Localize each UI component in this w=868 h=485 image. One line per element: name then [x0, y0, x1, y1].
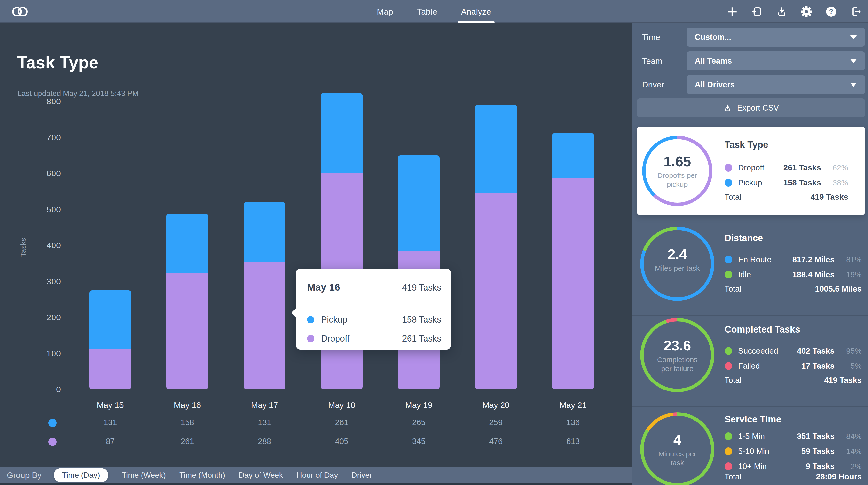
group-by-option-time-week[interactable]: Time (Week): [122, 471, 166, 480]
x-axis-label-may-20: May 20: [465, 400, 528, 410]
group-by-option-day-of-week[interactable]: Day of Week: [239, 471, 283, 480]
filter-row-driver: DriverAll Drivers: [632, 75, 868, 94]
tab-table[interactable]: Table: [415, 7, 439, 17]
service-time-card-title: Service Time: [724, 414, 781, 425]
legend-value: 158 Tasks: [783, 178, 821, 187]
chevron-down-icon: [850, 59, 857, 63]
legend-value: 17 Tasks: [801, 361, 835, 371]
help-button[interactable]: ?: [825, 6, 837, 18]
y-tick-label: 200: [30, 312, 61, 323]
metric-card-completed-tasks[interactable]: 23.6Completions per failureCompleted Tas…: [632, 315, 868, 406]
completed-tasks-row-succeeded: Succeeded402 Tasks95%: [724, 345, 862, 356]
settings-icon: [801, 6, 812, 18]
logout-button[interactable]: [850, 6, 862, 18]
page-title: Task Type: [17, 53, 99, 72]
svg-text:?: ?: [829, 7, 833, 15]
service-time-metric-label: Minutes per task: [646, 449, 709, 467]
legend-percent: 5%: [835, 362, 862, 371]
download-button[interactable]: [776, 6, 787, 18]
legend-label: Succeeded: [738, 346, 778, 356]
completed-tasks-metric: 23.6Completions per failure: [646, 338, 709, 373]
bar-segment-pickup-may-21[interactable]: [552, 133, 594, 178]
driver-select[interactable]: All Drivers: [686, 75, 865, 94]
total-value: 28:09 Hours: [816, 472, 862, 481]
group-by-option-time-day[interactable]: Time (Day): [54, 468, 108, 482]
group-by-option-driver[interactable]: Driver: [351, 471, 372, 480]
y-tick-label: 400: [30, 240, 61, 251]
bottom-strip: [0, 483, 632, 485]
dropoff-value-may-17: 288: [233, 437, 296, 446]
x-axis-label-may-19: May 19: [387, 400, 450, 410]
bar-segment-dropoff-may-21[interactable]: [552, 178, 594, 389]
settings-button[interactable]: [801, 6, 812, 18]
task-type-metric-value: 1.65: [646, 153, 709, 170]
group-by-options: Time (Day)Time (Week)Time (Month)Day of …: [54, 468, 372, 482]
help-icon: ?: [826, 6, 837, 17]
bar-segment-dropoff-may-20[interactable]: [475, 193, 517, 389]
bar-segment-pickup-may-16[interactable]: [166, 214, 208, 273]
export-csv-label: Export CSV: [737, 103, 779, 113]
en-route-dot: [724, 256, 732, 264]
tooltip-row-dropoff: Dropoff261 Tasks: [307, 329, 441, 348]
total-label: Total: [724, 284, 742, 294]
time-select-value: Custom...: [695, 32, 731, 42]
legend-label: Idle: [738, 270, 751, 279]
group-by-label: Group By: [7, 471, 42, 480]
x-axis-label-may-16: May 16: [156, 400, 219, 410]
topbar-actions: ?: [726, 0, 862, 23]
bar-segment-dropoff-may-16[interactable]: [166, 273, 208, 389]
time-select[interactable]: Custom...: [686, 28, 865, 47]
legend-percent: 2%: [835, 462, 862, 471]
dropoff-value-may-19: 345: [387, 437, 450, 446]
failed-dot: [724, 362, 732, 370]
metric-card-task-type[interactable]: 1.65Dropoffs per pickupTask TypeDropoff2…: [637, 126, 865, 215]
bar-segment-pickup-may-17[interactable]: [244, 202, 285, 262]
y-tick-label: 300: [30, 276, 61, 287]
legend-value: 817.2 Miles: [793, 255, 835, 264]
bar-segment-pickup-may-20[interactable]: [475, 105, 517, 193]
task-type-row-pickup: Pickup158 Tasks38%: [724, 177, 848, 188]
total-value: 419 Tasks: [824, 376, 862, 385]
tab-analyze[interactable]: Analyze: [460, 7, 492, 17]
pickup-value-may-18: 261: [310, 418, 373, 427]
metric-card-service-time[interactable]: 4Minutes per taskService Time1-5 Min351 …: [632, 406, 868, 485]
onfleet-logo[interactable]: [9, 4, 33, 19]
bar-segment-pickup-may-15[interactable]: [89, 291, 131, 349]
legend-percent: 19%: [835, 270, 862, 279]
legend-percent: 81%: [835, 255, 862, 264]
tooltip-arrow: [291, 308, 302, 318]
analytics-sidebar: TimeCustom...TeamAll TeamsDriverAll Driv…: [632, 23, 868, 485]
legend-value: 402 Tasks: [797, 346, 835, 356]
legend-percent: 84%: [835, 432, 862, 441]
tab-map[interactable]: Map: [375, 7, 395, 17]
bar-segment-pickup-may-19[interactable]: [398, 155, 440, 251]
task-type-metric: 1.65Dropoffs per pickup: [646, 153, 709, 189]
tooltip-title: May 16: [307, 282, 340, 293]
team-select[interactable]: All Teams: [686, 51, 865, 70]
group-by-option-time-month[interactable]: Time (Month): [179, 471, 225, 480]
bar-segment-dropoff-may-17[interactable]: [244, 262, 285, 389]
group-by-option-hour-of-day[interactable]: Hour of Day: [297, 471, 338, 480]
add-button[interactable]: [726, 6, 738, 18]
bar-segment-dropoff-may-15[interactable]: [89, 349, 131, 389]
metric-card-distance[interactable]: 2.4Miles per taskDistanceEn Route817.2 M…: [632, 224, 868, 315]
legend-label: Failed: [738, 361, 760, 371]
y-tick-label: 600: [30, 168, 61, 179]
distance-metric: 2.4Miles per task: [646, 246, 709, 273]
task-type-card-title: Task Type: [724, 140, 768, 150]
completed-tasks-total-row: Total419 Tasks: [724, 375, 862, 386]
x-axis-label-may-18: May 18: [310, 400, 373, 410]
succeeded-dot: [724, 347, 732, 355]
distance-row-en-route: En Route817.2 Miles81%: [724, 254, 862, 265]
import-tasks-button[interactable]: [751, 6, 763, 18]
distance-metric-value: 2.4: [646, 246, 709, 262]
tooltip-header: May 16 419 Tasks: [307, 282, 441, 293]
dropoff-value-may-21: 613: [541, 437, 604, 446]
main-nav-tabs: MapTableAnalyze: [375, 0, 493, 23]
idle-dot: [724, 271, 732, 278]
task-type-metric-label: Dropoffs per pickup: [646, 171, 709, 189]
pickup-value-may-21: 136: [541, 418, 604, 427]
export-csv-button[interactable]: Export CSV: [637, 98, 865, 117]
bar-segment-pickup-may-18[interactable]: [321, 93, 363, 173]
pickup-dot: [307, 316, 314, 323]
